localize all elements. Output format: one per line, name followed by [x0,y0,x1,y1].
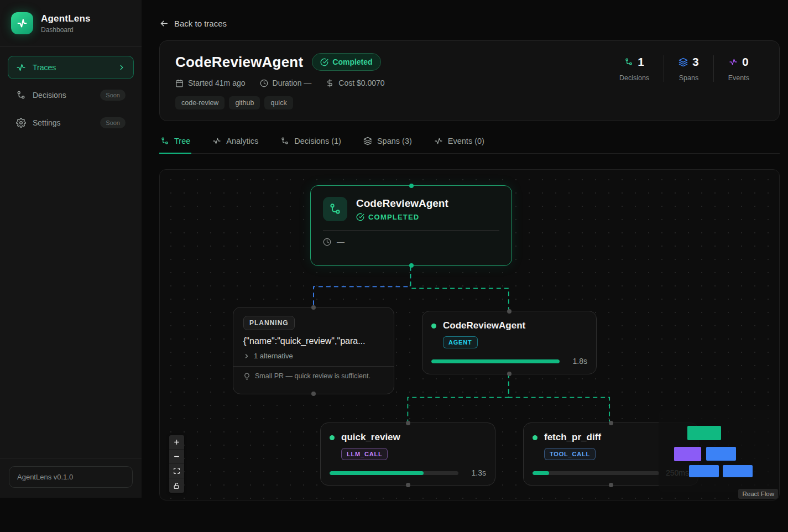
node-handle [409,263,414,268]
sidebar-nav: Traces Decisions Soon Settings Soon [0,47,142,143]
tab-decisions[interactable]: Decisions (1) [279,137,342,154]
node-handle [406,483,410,487]
zoom-in-button[interactable] [169,435,184,450]
soon-badge: Soon [100,117,126,128]
trace-stats: 1 Decisions 3 Spans [605,55,764,82]
duration-bar-track [533,471,659,475]
status-dot [431,324,436,328]
tag: code-review [175,96,225,109]
app-logo [11,12,33,34]
git-branch-icon [624,58,633,66]
node-handle [609,483,613,487]
node-handle [507,309,512,314]
chevron-right-icon [243,353,250,359]
tag: quick [264,96,293,109]
status-dot [330,435,335,440]
span-type-badge: TOOL_CALL [544,448,596,460]
minimap-node-root [687,426,721,440]
lock-toggle-button[interactable] [169,478,184,493]
activity-icon [16,17,28,29]
node-status: COMPLETED [356,213,448,221]
trace-tree-canvas[interactable]: CodeReviewAgent COMPLETED — [159,169,780,500]
sidebar: AgentLens Dashboard Traces Decisions Soo… [0,0,142,498]
back-to-traces-link[interactable]: Back to traces [159,19,227,28]
node-handle [507,372,512,376]
sidebar-item-decisions[interactable]: Decisions Soon [8,84,134,107]
tab-analytics[interactable]: Analytics [211,137,259,154]
react-flow-attribution[interactable]: React Flow [738,489,778,499]
fit-view-button[interactable] [169,464,184,478]
app-version: AgentLens v0.1.0 [9,466,133,488]
minimap-node-llm [689,465,719,477]
sidebar-item-label: Traces [33,63,56,72]
check-circle-icon [320,58,328,66]
activity-icon [434,137,443,145]
sidebar-header: AgentLens Dashboard [0,0,142,47]
layers-icon [679,58,688,67]
stat-spans: 3 Spans [664,55,713,82]
node-title: fetch_pr_diff [544,432,601,443]
clock-icon [260,79,268,87]
calendar-icon [175,79,184,87]
git-branch-icon [280,137,289,145]
dollar-icon [326,79,334,87]
stat-events: 0 Events [713,55,764,82]
decision-type-badge: PLANNING [243,316,295,330]
node-planning-decision[interactable]: PLANNING {"name":"quick_review","para...… [233,307,394,394]
node-duration: 1.8s [566,357,587,366]
node-agent-span[interactable]: CodeReviewAgent AGENT 1.8s [422,311,597,374]
app-subtitle: Dashboard [41,26,91,34]
tab-events[interactable]: Events (0) [433,137,486,154]
trace-title: CodeReviewAgent [175,54,303,71]
minimap-node-planning [674,447,701,461]
arrow-left-icon [159,19,169,28]
node-title: CodeReviewAgent [356,197,448,210]
status-badge: Completed [312,53,380,71]
node-duration: 1.3s [465,468,486,477]
check-circle-icon [356,213,364,221]
status-dot [533,435,537,440]
sidebar-footer: AgentLens v0.1.0 [0,458,142,498]
duration-bar-track [431,359,560,363]
duration-bar-fill [431,359,560,363]
activity-icon [729,58,738,66]
main-content: Back to traces CodeReviewAgent Completed [142,0,788,500]
git-branch-icon [323,197,347,221]
minimap-node-agent [706,447,736,461]
git-branch-icon [160,137,169,145]
app-name: AgentLens [41,13,91,24]
gear-icon [16,118,26,128]
span-type-badge: AGENT [443,336,478,348]
decision-rationale: Small PR — quick review is sufficient. [243,367,384,385]
flow-minimap[interactable] [659,410,779,492]
node-root-agent[interactable]: CodeReviewAgent COMPLETED — [310,185,512,266]
sidebar-item-traces[interactable]: Traces [8,56,134,79]
alternatives-toggle[interactable]: 1 alternative [243,352,384,360]
trace-header-card: CodeReviewAgent Completed Started 41m ag… [159,40,780,121]
duration-bar-track [330,471,458,475]
node-title: quick_review [341,432,400,443]
chevron-right-icon [118,64,126,71]
node-handle [609,421,613,425]
node-title: CodeReviewAgent [443,320,525,331]
node-llm-call[interactable]: quick_review LLM_CALL 1.3s [320,423,495,486]
layers-icon [363,137,372,145]
tab-spans[interactable]: Spans (3) [362,137,413,154]
node-handle [311,305,316,310]
minimap-node-tool [723,465,753,477]
sidebar-item-settings[interactable]: Settings Soon [8,111,134,134]
tag: github [229,96,260,109]
zoom-out-button[interactable] [169,450,184,464]
node-handle [406,421,410,425]
activity-icon [212,137,221,145]
git-branch-icon [16,90,26,100]
activity-icon [16,62,26,72]
sidebar-item-label: Decisions [33,91,66,100]
span-type-badge: LLM_CALL [341,448,388,460]
duration-bar-fill [533,471,549,475]
tab-tree[interactable]: Tree [159,137,191,154]
decision-content: {"name":"quick_review","para... [243,336,384,346]
clock-icon [323,238,331,246]
duration-bar-fill [330,471,424,475]
soon-badge: Soon [100,90,126,101]
